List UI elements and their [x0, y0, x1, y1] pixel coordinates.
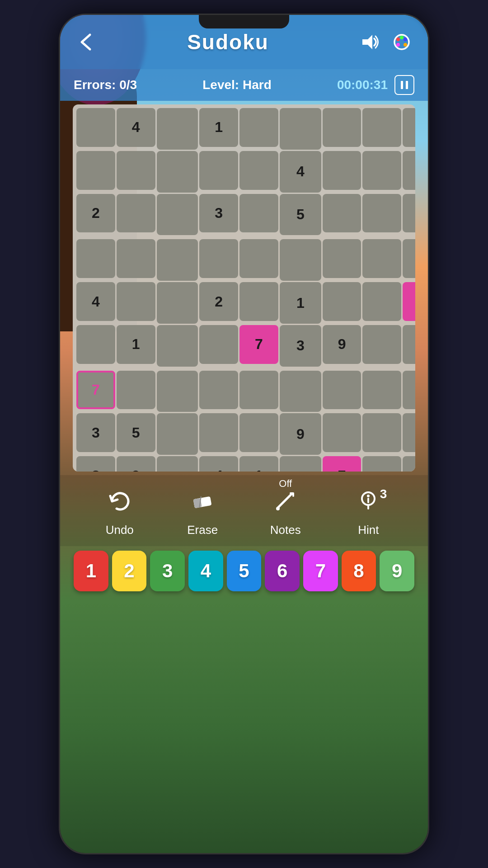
sudoku-cell[interactable] [157, 239, 198, 281]
notes-button[interactable]: Off Notes [258, 489, 313, 537]
sudoku-cell[interactable] [76, 239, 115, 278]
sudoku-cell[interactable] [239, 371, 278, 410]
sudoku-cell[interactable]: 1 [280, 282, 321, 324]
sudoku-cell[interactable]: 8 [76, 456, 115, 472]
sudoku-cell[interactable] [362, 282, 401, 321]
sudoku-cell[interactable] [157, 371, 198, 412]
sudoku-cell[interactable] [199, 239, 238, 278]
sudoku-cell[interactable] [323, 413, 361, 452]
sudoku-cell[interactable] [323, 108, 361, 147]
sudoku-cell[interactable] [239, 194, 278, 233]
sudoku-cell[interactable] [362, 413, 401, 452]
sudoku-cell[interactable] [362, 151, 401, 190]
pause-button[interactable] [394, 75, 414, 95]
sudoku-cell[interactable]: 2 [199, 282, 238, 321]
sudoku-cell[interactable]: 7 [323, 456, 361, 472]
sudoku-cell[interactable] [157, 456, 198, 472]
sudoku-cell[interactable] [157, 325, 198, 367]
sudoku-cell[interactable] [403, 151, 415, 190]
sudoku-cell[interactable]: 4 [76, 282, 115, 321]
numpad-8[interactable]: 8 [342, 551, 376, 591]
sudoku-cell[interactable] [280, 371, 321, 412]
sudoku-cell[interactable] [280, 108, 321, 150]
sudoku-cell[interactable] [323, 239, 361, 278]
sudoku-cell[interactable] [157, 108, 198, 150]
sudoku-cell[interactable] [403, 456, 415, 472]
sudoku-cell[interactable]: 7 [403, 282, 415, 321]
numpad-5[interactable]: 5 [227, 551, 262, 591]
sudoku-cell[interactable]: 5 [117, 413, 155, 452]
sudoku-cell[interactable] [117, 239, 155, 278]
sudoku-cell[interactable]: 1 [239, 456, 278, 472]
sudoku-cell[interactable] [403, 108, 415, 147]
numpad-9[interactable]: 9 [380, 551, 414, 591]
back-button[interactable] [74, 29, 99, 55]
sudoku-cell[interactable]: 1 [199, 108, 238, 147]
sudoku-cell[interactable] [117, 194, 155, 233]
sudoku-cell[interactable]: 1 [117, 325, 155, 364]
sudoku-cell[interactable] [117, 371, 155, 410]
sudoku-cell[interactable] [239, 282, 278, 321]
sound-icon[interactable] [357, 29, 382, 55]
numpad-1[interactable]: 1 [74, 551, 108, 591]
sudoku-cell[interactable]: 4 [117, 108, 155, 147]
sudoku-cell[interactable] [403, 371, 415, 410]
sudoku-cell[interactable] [323, 194, 361, 233]
sudoku-cell[interactable] [280, 456, 321, 472]
sudoku-cell[interactable]: 9 [280, 413, 321, 455]
sudoku-cell[interactable] [362, 456, 401, 472]
sudoku-cell[interactable] [157, 194, 198, 236]
sudoku-cell[interactable]: 5 [403, 239, 415, 278]
sudoku-grid[interactable]: 41423554217173927359489417 [76, 108, 412, 468]
sudoku-cell[interactable]: 4 [403, 413, 415, 452]
sudoku-cell[interactable] [76, 325, 115, 364]
sudoku-cell[interactable] [362, 194, 401, 233]
sudoku-cell[interactable] [362, 371, 401, 410]
sudoku-cell[interactable]: 5 [280, 194, 321, 236]
sudoku-cell[interactable] [157, 413, 198, 455]
sudoku-cell[interactable] [280, 239, 321, 281]
sudoku-cell[interactable]: 2 [76, 194, 115, 233]
sudoku-cell[interactable] [362, 239, 401, 278]
sudoku-cell[interactable]: 2 [403, 325, 415, 364]
svg-point-6 [396, 43, 400, 47]
sudoku-cell[interactable]: 4 [199, 456, 238, 472]
numpad-2[interactable]: 2 [112, 551, 147, 591]
sudoku-cell[interactable] [199, 151, 238, 190]
numpad-4[interactable]: 4 [188, 551, 223, 591]
numpad-6[interactable]: 6 [265, 551, 300, 591]
sudoku-cell[interactable] [362, 108, 401, 147]
sudoku-cell[interactable]: 3 [280, 325, 321, 367]
sudoku-cell[interactable]: 7 [76, 371, 115, 410]
hint-button[interactable]: 3 Hint [341, 489, 395, 537]
sudoku-cell[interactable] [199, 413, 238, 452]
sudoku-cell[interactable] [323, 371, 361, 410]
sudoku-cell[interactable] [199, 325, 238, 364]
sudoku-cell[interactable] [76, 108, 115, 147]
sudoku-cell[interactable]: 7 [239, 325, 278, 364]
sudoku-cell[interactable] [117, 282, 155, 321]
sudoku-cell[interactable] [239, 108, 278, 147]
sudoku-cell[interactable] [157, 282, 198, 324]
erase-button[interactable]: Erase [175, 489, 230, 537]
sudoku-cell[interactable] [239, 239, 278, 278]
numpad-3[interactable]: 3 [150, 551, 185, 591]
sudoku-cell[interactable]: 9 [117, 456, 155, 472]
sudoku-cell[interactable] [323, 151, 361, 190]
palette-icon[interactable] [389, 29, 414, 55]
sudoku-cell[interactable] [403, 194, 415, 233]
sudoku-cell[interactable] [239, 413, 278, 452]
sudoku-cell[interactable] [239, 151, 278, 190]
sudoku-cell[interactable]: 9 [323, 325, 361, 364]
sudoku-cell[interactable]: 4 [280, 151, 321, 193]
numpad-7[interactable]: 7 [303, 551, 338, 591]
undo-button[interactable]: Undo [93, 489, 147, 537]
sudoku-cell[interactable]: 3 [199, 194, 238, 233]
sudoku-cell[interactable] [76, 151, 115, 190]
sudoku-cell[interactable] [117, 151, 155, 190]
sudoku-cell[interactable] [157, 151, 198, 193]
sudoku-cell[interactable]: 3 [76, 413, 115, 452]
sudoku-cell[interactable] [323, 282, 361, 321]
sudoku-cell[interactable] [199, 371, 238, 410]
sudoku-cell[interactable] [362, 325, 401, 364]
